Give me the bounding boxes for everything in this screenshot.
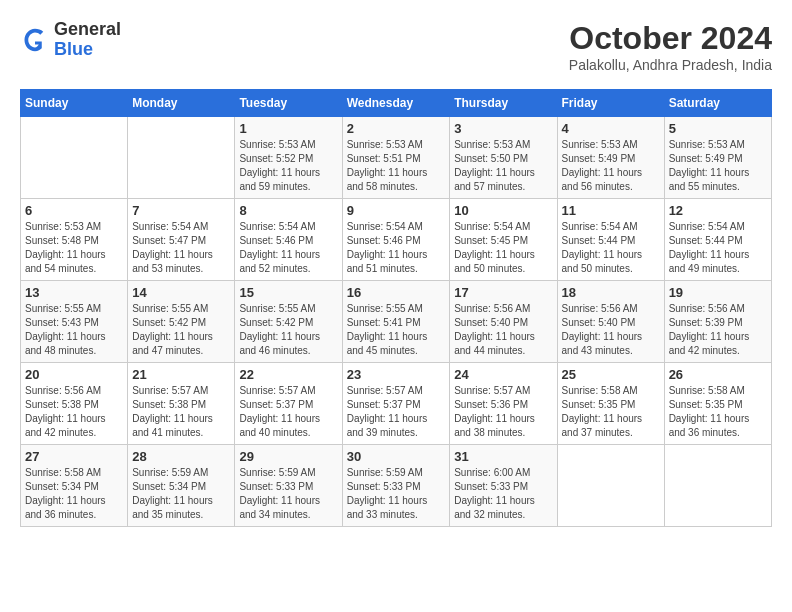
col-header-monday: Monday [128, 90, 235, 117]
calendar-week-4: 20Sunrise: 5:56 AM Sunset: 5:38 PM Dayli… [21, 363, 772, 445]
day-info: Sunrise: 5:55 AM Sunset: 5:42 PM Dayligh… [132, 302, 230, 358]
location: Palakollu, Andhra Pradesh, India [569, 57, 772, 73]
day-info: Sunrise: 5:53 AM Sunset: 5:49 PM Dayligh… [562, 138, 660, 194]
day-number: 22 [239, 367, 337, 382]
day-number: 27 [25, 449, 123, 464]
day-info: Sunrise: 5:57 AM Sunset: 5:38 PM Dayligh… [132, 384, 230, 440]
day-info: Sunrise: 5:53 AM Sunset: 5:48 PM Dayligh… [25, 220, 123, 276]
day-number: 26 [669, 367, 767, 382]
calendar-cell: 17Sunrise: 5:56 AM Sunset: 5:40 PM Dayli… [450, 281, 557, 363]
day-info: Sunrise: 5:59 AM Sunset: 5:34 PM Dayligh… [132, 466, 230, 522]
day-info: Sunrise: 5:57 AM Sunset: 5:36 PM Dayligh… [454, 384, 552, 440]
day-number: 4 [562, 121, 660, 136]
logo-line1: General [54, 20, 121, 40]
day-number: 24 [454, 367, 552, 382]
logo-line2: Blue [54, 40, 121, 60]
calendar-cell: 7Sunrise: 5:54 AM Sunset: 5:47 PM Daylig… [128, 199, 235, 281]
page-header: General Blue October 2024 Palakollu, And… [20, 20, 772, 73]
calendar-week-5: 27Sunrise: 5:58 AM Sunset: 5:34 PM Dayli… [21, 445, 772, 527]
calendar-week-1: 1Sunrise: 5:53 AM Sunset: 5:52 PM Daylig… [21, 117, 772, 199]
calendar-cell: 28Sunrise: 5:59 AM Sunset: 5:34 PM Dayli… [128, 445, 235, 527]
day-number: 25 [562, 367, 660, 382]
day-number: 17 [454, 285, 552, 300]
day-number: 19 [669, 285, 767, 300]
day-number: 15 [239, 285, 337, 300]
day-number: 23 [347, 367, 446, 382]
day-info: Sunrise: 5:54 AM Sunset: 5:45 PM Dayligh… [454, 220, 552, 276]
day-info: Sunrise: 6:00 AM Sunset: 5:33 PM Dayligh… [454, 466, 552, 522]
day-info: Sunrise: 5:55 AM Sunset: 5:41 PM Dayligh… [347, 302, 446, 358]
calendar-cell: 22Sunrise: 5:57 AM Sunset: 5:37 PM Dayli… [235, 363, 342, 445]
day-info: Sunrise: 5:53 AM Sunset: 5:49 PM Dayligh… [669, 138, 767, 194]
calendar-cell: 20Sunrise: 5:56 AM Sunset: 5:38 PM Dayli… [21, 363, 128, 445]
day-number: 28 [132, 449, 230, 464]
day-info: Sunrise: 5:53 AM Sunset: 5:51 PM Dayligh… [347, 138, 446, 194]
calendar-week-3: 13Sunrise: 5:55 AM Sunset: 5:43 PM Dayli… [21, 281, 772, 363]
calendar-cell: 12Sunrise: 5:54 AM Sunset: 5:44 PM Dayli… [664, 199, 771, 281]
day-info: Sunrise: 5:56 AM Sunset: 5:39 PM Dayligh… [669, 302, 767, 358]
month-title: October 2024 [569, 20, 772, 57]
day-number: 8 [239, 203, 337, 218]
logo: General Blue [20, 20, 121, 60]
col-header-friday: Friday [557, 90, 664, 117]
day-number: 10 [454, 203, 552, 218]
day-info: Sunrise: 5:55 AM Sunset: 5:43 PM Dayligh… [25, 302, 123, 358]
day-info: Sunrise: 5:58 AM Sunset: 5:34 PM Dayligh… [25, 466, 123, 522]
col-header-sunday: Sunday [21, 90, 128, 117]
day-number: 12 [669, 203, 767, 218]
day-number: 20 [25, 367, 123, 382]
calendar-cell: 18Sunrise: 5:56 AM Sunset: 5:40 PM Dayli… [557, 281, 664, 363]
calendar-cell: 27Sunrise: 5:58 AM Sunset: 5:34 PM Dayli… [21, 445, 128, 527]
day-number: 31 [454, 449, 552, 464]
day-info: Sunrise: 5:56 AM Sunset: 5:40 PM Dayligh… [454, 302, 552, 358]
col-header-thursday: Thursday [450, 90, 557, 117]
day-info: Sunrise: 5:59 AM Sunset: 5:33 PM Dayligh… [347, 466, 446, 522]
day-info: Sunrise: 5:55 AM Sunset: 5:42 PM Dayligh… [239, 302, 337, 358]
day-number: 3 [454, 121, 552, 136]
calendar-cell: 9Sunrise: 5:54 AM Sunset: 5:46 PM Daylig… [342, 199, 450, 281]
day-number: 7 [132, 203, 230, 218]
calendar-cell: 31Sunrise: 6:00 AM Sunset: 5:33 PM Dayli… [450, 445, 557, 527]
day-info: Sunrise: 5:58 AM Sunset: 5:35 PM Dayligh… [562, 384, 660, 440]
calendar-cell [21, 117, 128, 199]
calendar-cell [557, 445, 664, 527]
calendar-cell: 16Sunrise: 5:55 AM Sunset: 5:41 PM Dayli… [342, 281, 450, 363]
calendar-cell: 29Sunrise: 5:59 AM Sunset: 5:33 PM Dayli… [235, 445, 342, 527]
day-number: 29 [239, 449, 337, 464]
title-block: October 2024 Palakollu, Andhra Pradesh, … [569, 20, 772, 73]
day-info: Sunrise: 5:53 AM Sunset: 5:52 PM Dayligh… [239, 138, 337, 194]
day-number: 18 [562, 285, 660, 300]
day-info: Sunrise: 5:59 AM Sunset: 5:33 PM Dayligh… [239, 466, 337, 522]
day-number: 2 [347, 121, 446, 136]
calendar-cell: 19Sunrise: 5:56 AM Sunset: 5:39 PM Dayli… [664, 281, 771, 363]
day-info: Sunrise: 5:57 AM Sunset: 5:37 PM Dayligh… [347, 384, 446, 440]
calendar-cell: 10Sunrise: 5:54 AM Sunset: 5:45 PM Dayli… [450, 199, 557, 281]
calendar-cell [128, 117, 235, 199]
calendar-cell: 14Sunrise: 5:55 AM Sunset: 5:42 PM Dayli… [128, 281, 235, 363]
calendar-cell: 23Sunrise: 5:57 AM Sunset: 5:37 PM Dayli… [342, 363, 450, 445]
logo-icon [20, 25, 50, 55]
day-info: Sunrise: 5:56 AM Sunset: 5:38 PM Dayligh… [25, 384, 123, 440]
col-header-wednesday: Wednesday [342, 90, 450, 117]
calendar-cell [664, 445, 771, 527]
day-number: 14 [132, 285, 230, 300]
day-info: Sunrise: 5:54 AM Sunset: 5:46 PM Dayligh… [347, 220, 446, 276]
day-info: Sunrise: 5:58 AM Sunset: 5:35 PM Dayligh… [669, 384, 767, 440]
calendar-cell: 25Sunrise: 5:58 AM Sunset: 5:35 PM Dayli… [557, 363, 664, 445]
day-number: 21 [132, 367, 230, 382]
col-header-saturday: Saturday [664, 90, 771, 117]
calendar-cell: 24Sunrise: 5:57 AM Sunset: 5:36 PM Dayli… [450, 363, 557, 445]
day-info: Sunrise: 5:53 AM Sunset: 5:50 PM Dayligh… [454, 138, 552, 194]
day-number: 6 [25, 203, 123, 218]
calendar-cell: 1Sunrise: 5:53 AM Sunset: 5:52 PM Daylig… [235, 117, 342, 199]
calendar-header: SundayMondayTuesdayWednesdayThursdayFrid… [21, 90, 772, 117]
day-number: 16 [347, 285, 446, 300]
calendar-cell: 15Sunrise: 5:55 AM Sunset: 5:42 PM Dayli… [235, 281, 342, 363]
day-info: Sunrise: 5:54 AM Sunset: 5:44 PM Dayligh… [562, 220, 660, 276]
calendar-cell: 2Sunrise: 5:53 AM Sunset: 5:51 PM Daylig… [342, 117, 450, 199]
calendar-cell: 8Sunrise: 5:54 AM Sunset: 5:46 PM Daylig… [235, 199, 342, 281]
col-header-tuesday: Tuesday [235, 90, 342, 117]
day-info: Sunrise: 5:54 AM Sunset: 5:47 PM Dayligh… [132, 220, 230, 276]
calendar-cell: 3Sunrise: 5:53 AM Sunset: 5:50 PM Daylig… [450, 117, 557, 199]
calendar-cell: 4Sunrise: 5:53 AM Sunset: 5:49 PM Daylig… [557, 117, 664, 199]
